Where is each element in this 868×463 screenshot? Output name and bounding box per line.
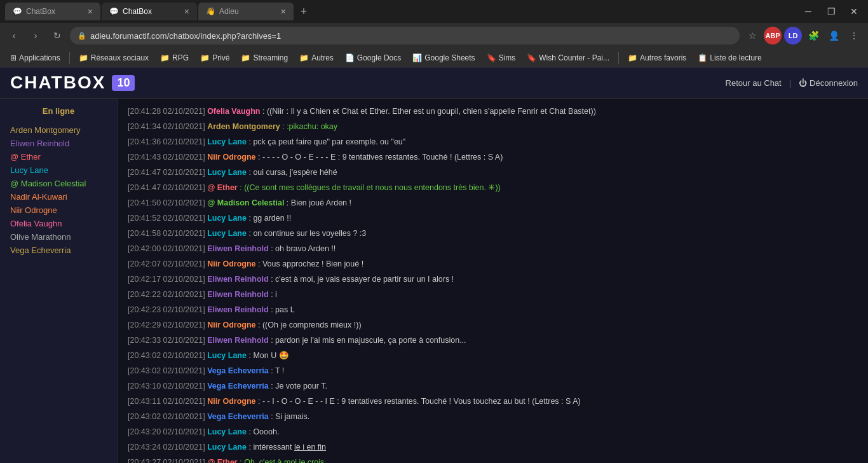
tab-1-close[interactable]: × xyxy=(88,7,93,16)
msg-23: [20:43:27 02/10/2021] @ Ether : Oh, c'es… xyxy=(128,455,858,463)
msg-20: [20:43:02 02/10/2021] Vega Echeverria : … xyxy=(128,409,858,424)
msg-18: [20:43:10 02/10/2021] Vega Echeverría : … xyxy=(128,378,858,394)
bookmark-liste-lecture-label: Liste de lecture xyxy=(710,53,761,62)
msg-22: [20:43:24 02/10/2021] Lucy Lane : intére… xyxy=(128,439,858,455)
msg-5: [20:41:47 02/10/2021] @ Ether : ((Ce son… xyxy=(128,180,858,195)
tab-2-favicon: 💬 xyxy=(109,7,119,16)
bookmark-sep-1 xyxy=(69,52,70,64)
msg-11: [20:42:17 02/10/2021] Eliwen Reinhold : … xyxy=(128,272,858,287)
bookmark-reseaux-label: Réseaux sociaux xyxy=(91,53,149,62)
app-container: CHATBOX 10 Retour au Chat | ⏻ Déconnexio… xyxy=(0,67,868,463)
msg-17: [20:43:02 02/10/2021] Vega Echeverría : … xyxy=(128,363,858,378)
bookmark-streaming-label: Streaming xyxy=(253,53,288,62)
chatbox-badge: 10 xyxy=(112,75,135,91)
restore-button[interactable]: ❐ xyxy=(822,3,840,20)
apps-icon: ⊞ xyxy=(10,53,17,62)
bookmark-gdocs[interactable]: 📄 Google Docs xyxy=(340,52,406,64)
bookmark-apps-label: Applications xyxy=(19,53,60,62)
bookmark-rpg-label: RPG xyxy=(172,53,189,62)
msg-13: [20:42:23 02/10/2021] Eliwen Reinhold : … xyxy=(128,302,858,317)
minimize-button[interactable]: ─ xyxy=(799,3,817,20)
tab-1-label: ChatBox xyxy=(26,7,55,16)
chatbox-title: CHATBOX xyxy=(10,73,105,93)
bookmarks-bar: ⊞ Applications 📁 Réseaux sociaux 📁 RPG 📁… xyxy=(0,48,868,67)
extensions-button[interactable]: 🧩 xyxy=(804,27,822,45)
tab-2[interactable]: 💬 ChatBox × xyxy=(102,3,197,20)
bookmark-star-button[interactable]: ☆ xyxy=(743,27,761,45)
sidebar-user-arden[interactable]: Arden Montgomery xyxy=(5,123,112,137)
chatbox-title-area: CHATBOX 10 xyxy=(10,73,135,93)
refresh-button[interactable]: ↻ xyxy=(48,27,66,45)
msg-16: [20:43:02 02/10/2021] Lucy Lane : Mon U … xyxy=(128,348,858,363)
deconnexion-link[interactable]: ⏻ Déconnexion xyxy=(799,78,858,88)
bookmark-wishcounter[interactable]: 🔖 Wish Counter - Pai... xyxy=(522,52,614,64)
bookmark-autres-favoris-label: Autres favoris xyxy=(640,53,686,62)
bookmark-sims[interactable]: 🔖 Sims xyxy=(482,52,521,64)
bookmark-sims-label: Sims xyxy=(499,53,516,62)
tab-3-favicon: 👋 xyxy=(206,7,215,16)
msg-19: [20:43:11 02/10/2021] Niir Odrogne : - -… xyxy=(128,394,858,409)
sidebar-user-ether[interactable]: @ Ether xyxy=(5,150,112,163)
folder-icon-1: 📁 xyxy=(79,53,88,62)
folder-icon-4: 📁 xyxy=(241,53,250,62)
sidebar-title: En ligne xyxy=(5,106,112,116)
sidebar-user-olive[interactable]: Olive Marathonn xyxy=(5,230,112,244)
address-bar[interactable]: 🔒 adieu.forumactif.com/chatbox/index.php… xyxy=(70,27,740,45)
bookmark-gsheets[interactable]: 📊 Google Sheets xyxy=(407,52,480,64)
sidebar: En ligne Arden Montgomery Eliwen Reinhol… xyxy=(0,99,118,463)
sidebar-user-vega[interactable]: Vega Echeverria xyxy=(5,244,112,257)
header-actions: Retour au Chat | ⏻ Déconnexion xyxy=(726,78,858,88)
bookmark-prive-label: Privé xyxy=(212,53,229,62)
profile-button[interactable]: 👤 xyxy=(825,27,843,45)
sidebar-user-ofelia[interactable]: Ofelia Vaughn xyxy=(5,217,112,230)
tab-1[interactable]: 💬 ChatBox × xyxy=(5,3,100,20)
sidebar-user-niir[interactable]: Niir Odrogne xyxy=(5,204,112,217)
new-tab-button[interactable]: + xyxy=(295,3,313,20)
nav-bar: ‹ › ↻ 🔒 adieu.forumactif.com/chatbox/ind… xyxy=(0,23,868,48)
bookmark-apps[interactable]: ⊞ Applications xyxy=(5,52,65,64)
msg-8: [20:41:58 02/10/2021] Lucy Lane : on con… xyxy=(128,226,858,241)
folder-icon-2: 📁 xyxy=(160,53,170,62)
browser-chrome: 💬 ChatBox × 💬 ChatBox × 👋 Adieu × + ─ ❐ … xyxy=(0,0,868,67)
header-sep: | xyxy=(789,78,791,88)
address-text: adieu.forumactif.com/chatbox/index.php?a… xyxy=(90,31,281,41)
bookmark-liste-lecture[interactable]: 📋 Liste de lecture xyxy=(693,52,766,64)
sidebar-user-eliwen[interactable]: Eliwen Reinhold xyxy=(5,137,112,150)
sims-icon: 🔖 xyxy=(487,53,496,62)
forward-button[interactable]: › xyxy=(27,27,44,45)
bookmark-streaming[interactable]: 📁 Streaming xyxy=(236,52,293,64)
bookmark-autres-favoris[interactable]: 📁 Autres favoris xyxy=(623,52,691,64)
menu-button[interactable]: ⋮ xyxy=(845,27,863,45)
liste-lecture-icon: 📋 xyxy=(698,53,707,62)
msg-10: [20:42:07 02/10/2021] Niir Odrogne : Vou… xyxy=(128,256,858,272)
bookmark-wishcounter-label: Wish Counter - Pai... xyxy=(539,53,609,62)
folder-icon-3: 📁 xyxy=(200,53,210,62)
gsheets-icon: 📊 xyxy=(412,53,422,62)
chat-body: En ligne Arden Montgomery Eliwen Reinhol… xyxy=(0,99,868,463)
msg-7: [20:41:52 02/10/2021] Lucy Lane : gg ard… xyxy=(128,211,858,226)
msg-6: [20:41:50 02/10/2021] @ Madison Celestia… xyxy=(128,195,858,211)
tab-1-favicon: 💬 xyxy=(13,7,22,16)
retour-link[interactable]: Retour au Chat xyxy=(726,78,782,88)
bookmark-reseaux[interactable]: 📁 Réseaux sociaux xyxy=(74,52,154,64)
user-button[interactable]: LD xyxy=(784,27,802,45)
sidebar-user-madison[interactable]: @ Madison Celestial xyxy=(5,177,112,190)
bookmark-rpg[interactable]: 📁 RPG xyxy=(155,52,194,64)
chat-messages[interactable]: [20:41:28 02/10/2021] Ofelia Vaughn : ((… xyxy=(118,99,868,463)
deconnexion-label: Déconnexion xyxy=(810,78,858,88)
back-button[interactable]: ‹ xyxy=(5,27,23,45)
close-window-button[interactable]: ✕ xyxy=(845,3,863,20)
sidebar-user-lucy[interactable]: Lucy Lane xyxy=(5,163,112,177)
tab-2-close[interactable]: × xyxy=(184,7,189,16)
tab-2-label: ChatBox xyxy=(123,7,152,16)
sidebar-user-nadir[interactable]: Nadir Al-Kuwari xyxy=(5,190,112,204)
bookmark-autres-label: Autres xyxy=(311,53,334,62)
bookmark-autres[interactable]: 📁 Autres xyxy=(294,52,339,64)
tab-3[interactable]: 👋 Adieu × xyxy=(198,3,294,20)
bookmark-prive[interactable]: 📁 Privé xyxy=(195,52,234,64)
tab-3-close[interactable]: × xyxy=(281,7,286,16)
bookmark-gdocs-label: Google Docs xyxy=(357,53,401,62)
msg-0: [20:41:28 02/10/2021] Ofelia Vaughn : ((… xyxy=(128,104,858,119)
msg-15: [20:42:33 02/10/2021] Eliwen Reinhold : … xyxy=(128,333,858,348)
adblock-button[interactable]: ABP xyxy=(764,27,782,45)
